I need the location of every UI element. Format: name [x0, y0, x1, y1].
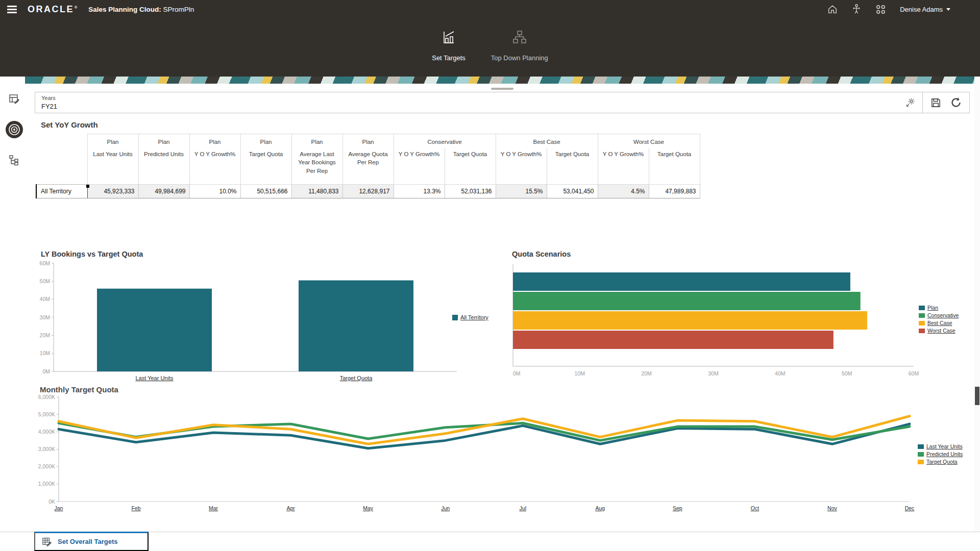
rail-set-targets-button[interactable]	[5, 120, 24, 141]
x-axis-tick-label: 30M	[708, 370, 718, 377]
column-group-header: Plan	[87, 134, 138, 148]
pov-options-button[interactable]	[899, 92, 922, 113]
chart-title: LY Bookings vs Target Quota	[41, 250, 490, 258]
y-axis-tick-label: 5,000K	[38, 411, 55, 417]
grid-cell[interactable]: 13.3%	[394, 185, 445, 198]
legend-entry-target-quota[interactable]: Target Quota	[918, 459, 963, 465]
rail-hierarchy-button[interactable]	[8, 154, 20, 168]
tab-label: Top Down Planning	[491, 54, 548, 62]
legend-swatch	[918, 452, 924, 457]
month-label-dec[interactable]: Dec	[905, 505, 915, 511]
topbar: ORACLE® Sales Planning Cloud: SPromPln D…	[0, 0, 980, 18]
y-axis-tick-label: 0M	[42, 368, 50, 374]
column-group-header: Best Case	[496, 134, 598, 148]
header: ORACLE® Sales Planning Cloud: SPromPln D…	[0, 0, 980, 77]
column-group-header: Plan	[342, 134, 394, 148]
legend-swatch	[452, 315, 458, 320]
bar-conservative[interactable]	[513, 292, 861, 310]
x-axis-tick-label: 10M	[575, 370, 585, 377]
month-label-jun[interactable]: Jun	[441, 505, 450, 511]
vertical-scrollbar[interactable]	[974, 77, 980, 532]
month-label-jan[interactable]: Jan	[55, 505, 63, 511]
main-nav: Set Targets Top Down Planning	[0, 18, 980, 77]
refresh-button[interactable]	[950, 96, 962, 109]
bar-target-quota[interactable]	[299, 281, 413, 371]
bar-plan[interactable]	[513, 272, 850, 291]
month-label-sep[interactable]: Sep	[673, 505, 682, 511]
save-button[interactable]	[930, 97, 942, 109]
home-button[interactable]	[827, 4, 838, 15]
grid-cell[interactable]: 10.0%	[189, 185, 240, 198]
y-axis-tick-label: 20M	[40, 332, 50, 338]
pov-drag-handle[interactable]	[491, 88, 513, 90]
home-icon	[827, 4, 838, 15]
legend-entry-all-territory[interactable]: All Territory	[452, 314, 488, 320]
month-label-jul[interactable]: Jul	[520, 505, 526, 511]
bar-worst-case[interactable]	[513, 331, 834, 349]
month-label-oct[interactable]: Oct	[751, 505, 759, 511]
grid-cell[interactable]: 52,031,136	[445, 185, 496, 198]
month-label-may[interactable]: May	[363, 505, 374, 511]
x-axis-tick-label: 60M	[909, 370, 919, 377]
bar-best-case[interactable]	[513, 311, 867, 330]
pov-action-buttons	[922, 92, 969, 113]
bottom-tab-set-overall-targets[interactable]: Set Overall Targets	[34, 532, 149, 551]
category-label-last-year-units[interactable]: Last Year Units	[136, 375, 174, 381]
pov-member-link[interactable]: FY21	[41, 103, 57, 110]
month-label-aug[interactable]: Aug	[595, 505, 605, 511]
form-pencil-icon	[42, 537, 52, 546]
save-icon	[930, 97, 942, 109]
grid-title: Set YoY Growth	[41, 120, 98, 129]
y-axis-tick-label: 2,000K	[38, 463, 55, 469]
legend-entry-worst-case[interactable]: Worst Case	[919, 328, 959, 334]
grid-cell[interactable]: 49,984,699	[138, 185, 189, 198]
rail-data-entry-button[interactable]	[8, 93, 20, 107]
tab-set-targets[interactable]: Set Targets	[428, 29, 470, 62]
assistance-button[interactable]	[851, 4, 862, 15]
cell-selection-marker	[86, 185, 89, 188]
month-label-nov[interactable]: Nov	[827, 505, 837, 511]
decorative-banner	[25, 77, 980, 84]
grid-cell[interactable]: 45,923,333	[87, 185, 138, 198]
user-menu[interactable]: Denise Adams	[900, 6, 950, 13]
grid-cell[interactable]: 53,041,450	[547, 185, 598, 198]
hamburger-menu-button[interactable]	[0, 0, 23, 18]
category-label-target-quota[interactable]: Target Quota	[340, 375, 373, 381]
grid-cell[interactable]: 12,628,917	[342, 185, 394, 198]
row-header[interactable]: All Territory	[36, 185, 87, 198]
legend-label: Best Case	[927, 320, 952, 326]
grid-cell[interactable]: 47,989,883	[649, 185, 700, 198]
month-label-mar[interactable]: Mar	[209, 505, 218, 511]
x-axis-tick-label: 20M	[641, 370, 651, 377]
month-label-feb[interactable]: Feb	[131, 505, 140, 511]
legend-entry-last-year-units[interactable]: Last Year Units	[918, 443, 963, 449]
grid-cell[interactable]: 4.5%	[598, 185, 649, 198]
grid-cell[interactable]: 50,515,666	[240, 185, 291, 198]
legend-label: Plan	[927, 305, 938, 311]
column-group-header: Plan	[240, 134, 291, 148]
legend-label: Conservative	[927, 312, 959, 318]
grid-cell[interactable]: 15.5%	[496, 185, 547, 198]
legend-entry-conservative[interactable]: Conservative	[919, 312, 959, 318]
org-chart-icon	[511, 29, 528, 46]
x-axis-tick-label: 50M	[842, 370, 852, 377]
y-axis-tick-label: 0K	[48, 498, 55, 505]
monthly-target-quota-legend: Last Year UnitsPredicted UnitsTarget Quo…	[918, 443, 963, 466]
legend-label: Target Quota	[926, 459, 958, 465]
topbar-actions: Denise Adams	[827, 4, 980, 15]
scrollbar-thumb[interactable]	[975, 387, 979, 405]
left-rail	[0, 84, 28, 532]
legend-entry-plan[interactable]: Plan	[919, 305, 959, 311]
grid-cell[interactable]: 11,480,833	[291, 185, 342, 198]
legend-entry-best-case[interactable]: Best Case	[919, 320, 959, 326]
tab-label: Set Targets	[432, 54, 465, 62]
navigator-button[interactable]	[875, 4, 887, 15]
tab-top-down-planning[interactable]: Top Down Planning	[487, 29, 552, 62]
caret-down-icon	[946, 8, 950, 11]
bar-last-year-units[interactable]	[97, 289, 212, 371]
legend-entry-predicted-units[interactable]: Predicted Units	[918, 451, 963, 457]
month-label-apr[interactable]: Apr	[286, 505, 295, 511]
legend-label: All Territory	[460, 314, 488, 320]
legend-label: Last Year Units	[926, 443, 963, 449]
column-group-header: Worst Case	[598, 134, 700, 148]
